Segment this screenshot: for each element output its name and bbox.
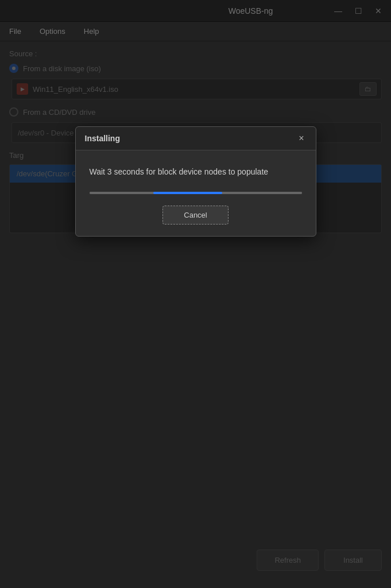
modal-progress-bar <box>153 192 222 194</box>
cancel-button[interactable]: Cancel <box>162 206 228 225</box>
modal-close-button[interactable]: × <box>296 133 306 144</box>
modal-title: Installing <box>85 134 120 143</box>
installing-modal: Installing × Wait 3 seconds for block de… <box>75 126 316 237</box>
modal-overlay: Installing × Wait 3 seconds for block de… <box>0 0 391 588</box>
modal-body: Wait 3 seconds for block device nodes to… <box>76 150 316 236</box>
modal-progress-container <box>90 192 302 194</box>
modal-header: Installing × <box>76 127 316 150</box>
modal-message: Wait 3 seconds for block device nodes to… <box>90 167 302 178</box>
